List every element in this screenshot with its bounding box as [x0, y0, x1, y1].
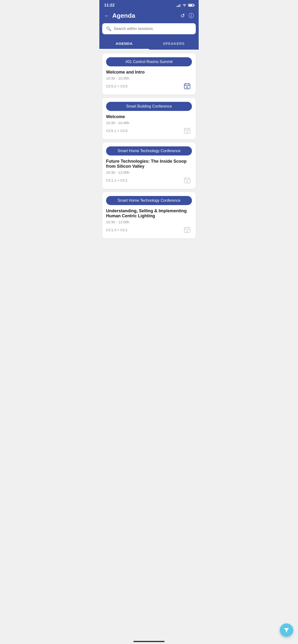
tab-speakers[interactable]: SPEAKERS	[149, 38, 199, 49]
session-card-3[interactable]: Smart Home Technology Conference Future …	[102, 142, 196, 189]
session-location-2: CC5.1 > CC5	[106, 129, 128, 133]
search-input[interactable]	[114, 26, 192, 31]
session-time-2: 10:30 - 10:40h	[106, 121, 192, 125]
battery-icon	[188, 4, 194, 7]
conference-badge-4: Smart Home Technology Conference	[106, 196, 192, 205]
session-card-2[interactable]: Smart Building Conference Welcome 10:30 …	[102, 98, 196, 139]
session-title-1: Welcome and Intro	[106, 70, 192, 75]
session-location-1: CC5.2 > CC5	[106, 84, 128, 88]
session-list: #01 Control Rooms Summit Welcome and Int…	[99, 50, 199, 258]
add-to-calendar-button-3[interactable]	[182, 176, 192, 185]
search-container: 🔍	[99, 23, 199, 38]
signal-icon	[177, 4, 181, 7]
add-to-calendar-button-1[interactable]	[182, 81, 192, 91]
info-icon[interactable]: ⓘ	[189, 12, 194, 20]
session-time-4: 10:30 - 12:00h	[106, 220, 192, 224]
status-icons	[177, 3, 194, 8]
session-title-3: Future Technologies: The Inside Scoop fr…	[106, 159, 192, 169]
conference-badge-2: Smart Building Conference	[106, 102, 192, 111]
session-time-3: 10:30 - 12:00h	[106, 170, 192, 174]
status-time: 11:22	[104, 3, 114, 8]
session-card-1[interactable]: #01 Control Rooms Summit Welcome and Int…	[102, 54, 196, 95]
search-bar: 🔍	[102, 23, 196, 34]
page-title: Agenda	[112, 12, 135, 20]
header: ← Agenda ↺ ⓘ	[99, 10, 199, 23]
status-bar: 11:22	[99, 0, 199, 10]
session-location-3: CC1.1 > CC1	[106, 178, 128, 182]
refresh-icon[interactable]: ↺	[181, 13, 185, 19]
session-card-4[interactable]: Smart Home Technology Conference Underst…	[102, 192, 196, 238]
header-actions: ↺ ⓘ	[181, 12, 194, 20]
session-title-4: Understanding, Selling & Implementing Hu…	[106, 208, 192, 218]
session-title-2: Welcome	[106, 114, 192, 119]
search-icon: 🔍	[106, 26, 111, 32]
back-button[interactable]: ←	[104, 13, 109, 19]
conference-badge-3: Smart Home Technology Conference	[106, 146, 192, 156]
session-location-4: CC1.3 > CC1	[106, 228, 128, 232]
add-to-calendar-button-4[interactable]	[182, 225, 192, 234]
conference-badge-1: #01 Control Rooms Summit	[106, 57, 192, 66]
session-time-1: 10:30 - 10:35h	[106, 76, 192, 80]
add-to-calendar-button-2[interactable]	[182, 126, 192, 135]
tabs: AGENDA SPEAKERS	[99, 38, 199, 50]
wifi-icon	[182, 3, 187, 8]
tab-agenda[interactable]: AGENDA	[99, 38, 149, 49]
